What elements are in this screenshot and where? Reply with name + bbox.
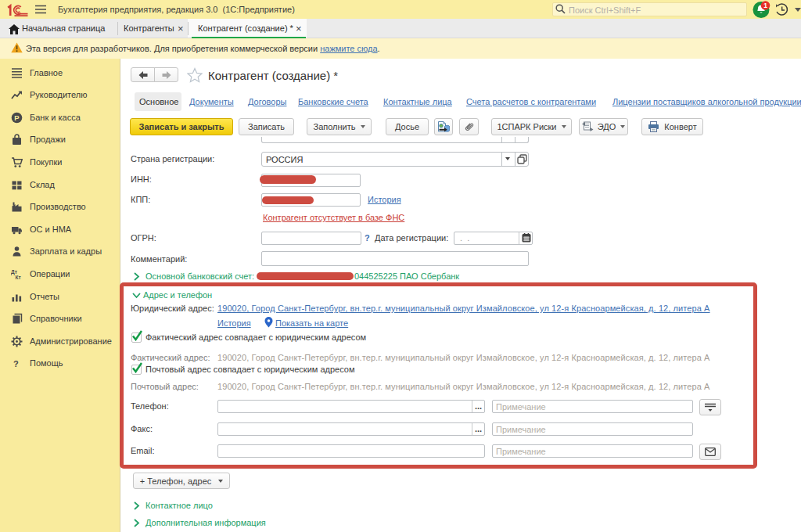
svg-text:Р: Р (14, 113, 20, 122)
svg-text:1: 1 (763, 2, 767, 9)
svg-text:Кт: Кт (16, 275, 21, 280)
svg-text:?: ? (13, 359, 19, 368)
